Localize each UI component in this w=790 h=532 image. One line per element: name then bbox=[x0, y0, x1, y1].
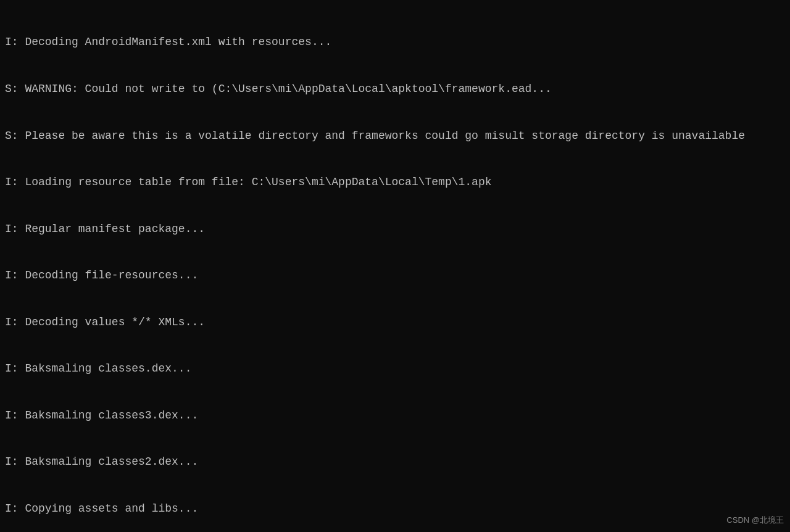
terminal-line-11: I: Copying assets and libs... bbox=[5, 501, 785, 517]
terminal-line-10: I: Baksmaling classes2.dex... bbox=[5, 454, 785, 470]
terminal-line-5: I: Regular manifest package... bbox=[5, 222, 785, 237]
terminal-window: I: Decoding AndroidManifest.xml with res… bbox=[0, 0, 790, 532]
terminal-line-1: I: Decoding AndroidManifest.xml with res… bbox=[5, 35, 785, 50]
terminal-line-4: I: Loading resource table from file: C:\… bbox=[5, 175, 785, 190]
terminal-line-7: I: Decoding values */* XMLs... bbox=[5, 315, 785, 330]
terminal-line-3: S: Please be aware this is a volatile di… bbox=[5, 128, 785, 144]
terminal-line-9: I: Baksmaling classes3.dex... bbox=[5, 408, 785, 423]
terminal-line-8: I: Baksmaling classes.dex... bbox=[5, 361, 785, 376]
terminal-line-6: I: Decoding file-resources... bbox=[5, 268, 785, 283]
watermark: CSDN @北境王 bbox=[726, 515, 784, 526]
terminal-line-2: S: WARNING: Could not write to (C:\Users… bbox=[5, 81, 785, 97]
